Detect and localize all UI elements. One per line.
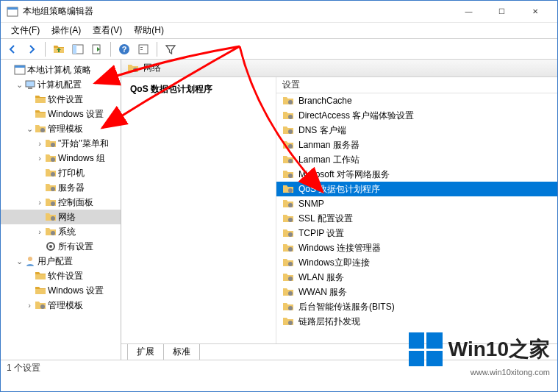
- tree-label: 打印机: [58, 167, 85, 179]
- breadcrumb: 网络: [121, 60, 557, 77]
- list-item[interactable]: DirectAccess 客户端体验设置: [276, 108, 557, 123]
- up-button[interactable]: [50, 40, 68, 58]
- breadcrumb-item[interactable]: 网络: [143, 62, 161, 74]
- settings-list[interactable]: 设置 BranchCache DirectAccess 客户端体验设置 DNS …: [276, 77, 557, 343]
- folder-icon: [45, 152, 57, 164]
- list-label: BranchCache: [298, 96, 352, 106]
- svg-rect-9: [73, 45, 76, 54]
- minimize-button[interactable]: —: [452, 1, 485, 22]
- list-label: 链路层拓扑发现: [298, 316, 360, 328]
- tree-label: 所有设置: [58, 240, 93, 253]
- main-area: 本地计算机 策略 ⌄计算机配置 软件设置 Windows 设置 ⌄管理模板 ›"…: [1, 60, 557, 360]
- tree-system[interactable]: ›系统: [1, 224, 121, 239]
- list-item[interactable]: Windows 连接管理器: [276, 240, 557, 255]
- policy-icon: [14, 64, 26, 76]
- show-hide-tree-button[interactable]: [69, 40, 87, 58]
- expand-icon[interactable]: ›: [35, 198, 45, 207]
- list-item[interactable]: WLAN 服务: [276, 270, 557, 285]
- maximize-button[interactable]: ☐: [485, 1, 518, 22]
- list-item[interactable]: SNMP: [276, 196, 557, 211]
- list-label: Lanman 服务器: [298, 139, 360, 152]
- close-button[interactable]: ✕: [518, 1, 551, 22]
- tree-label: "开始"菜单和: [58, 138, 109, 150]
- forward-button[interactable]: [23, 40, 40, 58]
- tree-server[interactable]: 服务器: [1, 180, 121, 195]
- menu-help[interactable]: 帮助(H): [128, 23, 170, 38]
- nav-tree[interactable]: 本地计算机 策略 ⌄计算机配置 软件设置 Windows 设置 ⌄管理模板 ›"…: [1, 60, 121, 360]
- list-item[interactable]: Microsoft 对等网络服务: [276, 167, 557, 182]
- menu-action[interactable]: 操作(A): [46, 23, 87, 38]
- content-pane: 网络 QoS 数据包计划程序 设置 BranchCache DirectAcce…: [121, 60, 557, 360]
- list-label: TCPIP 设置: [298, 227, 344, 240]
- list-item[interactable]: Lanman 工作站: [276, 152, 557, 167]
- tree-label: 管理模板: [48, 299, 83, 312]
- folder-icon: [35, 108, 46, 120]
- tree-label: Windows 设置: [48, 285, 104, 297]
- window-title: 本地组策略编辑器: [23, 5, 452, 18]
- tree-windows-settings-user[interactable]: Windows 设置: [1, 283, 121, 298]
- list-item[interactable]: 链路层拓扑发现: [276, 314, 557, 329]
- svg-rect-14: [140, 47, 143, 48]
- list-item[interactable]: 后台智能传送服务(BITS): [276, 299, 557, 314]
- tree-admin-templates-user[interactable]: ›管理模板: [1, 298, 121, 313]
- list-item[interactable]: SSL 配置设置: [276, 211, 557, 226]
- tab-extended[interactable]: 扩展: [127, 344, 164, 360]
- settings-icon: [45, 240, 57, 252]
- list-item[interactable]: WWAN 服务: [276, 285, 557, 299]
- folder-icon: [45, 226, 57, 238]
- tree-start-menu[interactable]: ›"开始"菜单和: [1, 136, 121, 151]
- tree-printers[interactable]: 打印机: [1, 165, 121, 180]
- svg-point-18: [28, 257, 32, 261]
- expand-icon[interactable]: ⌄: [24, 124, 35, 134]
- tree-windows-settings[interactable]: Windows 设置: [1, 107, 121, 121]
- svg-rect-13: [139, 45, 148, 54]
- status-text: 1 个设置: [7, 362, 40, 374]
- tree-software-settings-user[interactable]: 软件设置: [1, 268, 121, 283]
- list-item[interactable]: BranchCache: [276, 93, 557, 108]
- menu-view[interactable]: 查看(V): [87, 23, 128, 38]
- tab-standard[interactable]: 标准: [163, 344, 200, 360]
- folder-icon: [282, 227, 294, 239]
- export-button[interactable]: [88, 40, 106, 58]
- list-item[interactable]: Lanman 服务器: [276, 138, 557, 152]
- folder-icon: [282, 271, 294, 283]
- column-header-setting[interactable]: 设置: [276, 77, 557, 93]
- folder-icon: [35, 285, 46, 296]
- list-item[interactable]: Windows立即连接: [276, 255, 557, 270]
- tree-software-settings[interactable]: 软件设置: [1, 92, 121, 107]
- tree-network[interactable]: 网络: [1, 210, 121, 224]
- tree-all-settings[interactable]: 所有设置: [1, 239, 121, 254]
- list-item-selected[interactable]: QoS 数据包计划程序: [276, 182, 557, 196]
- svg-rect-16: [26, 81, 35, 87]
- expand-icon[interactable]: ›: [35, 154, 45, 163]
- list-item[interactable]: TCPIP 设置: [276, 226, 557, 240]
- folder-icon: [45, 167, 57, 179]
- tree-computer-config[interactable]: ⌄计算机配置: [1, 77, 121, 92]
- expand-icon[interactable]: ›: [35, 139, 45, 148]
- svg-text:?: ?: [122, 45, 127, 54]
- expand-icon[interactable]: ⌄: [14, 80, 24, 90]
- tree-label: 控制面板: [58, 196, 93, 209]
- tree-user-config[interactable]: ⌄用户配置: [1, 254, 121, 268]
- folder-icon: [45, 211, 57, 223]
- filter-button[interactable]: [162, 40, 179, 58]
- tree-label: 软件设置: [48, 270, 83, 282]
- expand-icon[interactable]: ›: [35, 227, 45, 236]
- help-button[interactable]: ?: [115, 40, 133, 58]
- menu-file[interactable]: 文件(F): [5, 23, 46, 38]
- expand-icon[interactable]: ›: [24, 301, 35, 310]
- folder-icon: [282, 316, 294, 327]
- back-button[interactable]: [4, 40, 21, 58]
- list-item[interactable]: DNS 客户端: [276, 123, 557, 138]
- tree-root[interactable]: 本地计算机 策略: [1, 63, 121, 77]
- tree-label: 本地计算机 策略: [27, 64, 91, 76]
- tree-windows-components[interactable]: ›Windows 组: [1, 151, 121, 165]
- properties-button[interactable]: [135, 40, 152, 58]
- expand-icon[interactable]: ⌄: [14, 257, 24, 266]
- tree-admin-templates[interactable]: ⌄管理模板: [1, 121, 121, 136]
- tree-control-panel[interactable]: ›控制面板: [1, 195, 121, 210]
- toolbar-separator: [110, 42, 111, 57]
- toolbar: ?: [1, 39, 557, 60]
- list-label: WWAN 服务: [298, 286, 347, 299]
- app-icon: [7, 6, 18, 18]
